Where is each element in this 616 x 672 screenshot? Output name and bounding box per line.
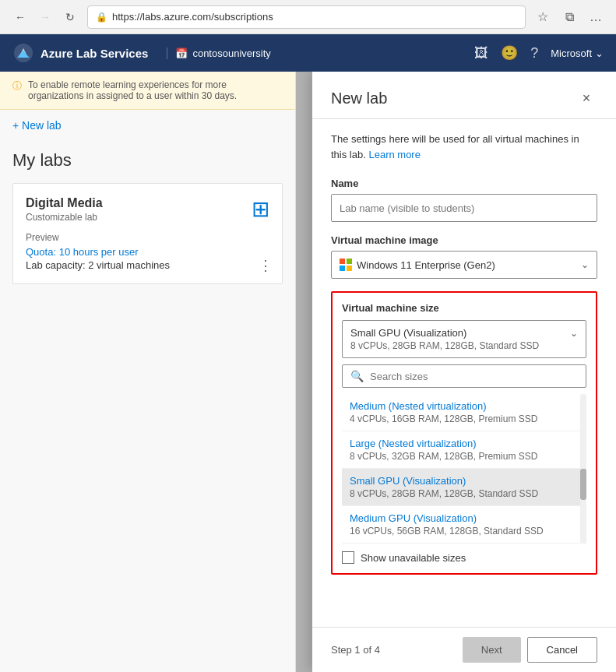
org-icon: 📅 [175,47,188,59]
vm-image-dropdown[interactable]: Windows 11 Enterprise (Gen2) ⌄ [331,251,597,279]
vm-size-dropdown[interactable]: Small GPU (Visualization) ⌄ 8 vCPUs, 28G… [342,320,586,358]
lab-card: Digital Media Customizable lab ⊞ Preview… [12,183,283,284]
vm-size-section: Virtual machine size Small GPU (Visualiz… [331,291,597,575]
left-panel: ⓘ To enable remote learning experiences … [0,72,296,672]
name-label: Name [331,178,597,189]
org-selector[interactable]: 📅 contosouniversity [167,47,278,59]
search-box: 🔍 [342,364,586,388]
size-list-item[interactable]: Large (Nested virtualization) 8 vCPUs, 3… [342,431,586,469]
svg-rect-1 [340,259,345,264]
dialog-overlay: New lab × The settings here will be used… [296,72,616,672]
name-form-group: Name [331,178,597,222]
svg-rect-2 [347,259,352,264]
new-lab-label: + New lab [12,119,62,132]
lab-quota: Quota: 10 hours per user [26,246,269,258]
size-item-name: Medium (Nested virtualization) [350,400,579,412]
lab-type: Customizable lab [26,212,103,223]
vm-image-form-group: Virtual machine image Windows 11 Enterpr… [331,234,597,279]
cancel-button[interactable]: Cancel [527,637,597,663]
main-layout: ⓘ To enable remote learning experiences … [0,72,616,672]
size-list-item[interactable]: Medium (Nested virtualization) 4 vCPUs, … [342,394,586,431]
dialog-description: The settings here will be used for all v… [331,132,597,162]
next-button[interactable]: Next [463,637,521,663]
browser-chrome: ← → ↻ 🔒 https://labs.azure.com/subscript… [0,0,616,34]
dialog-close-button[interactable]: × [576,87,597,109]
svg-rect-3 [340,266,345,271]
app-header: Azure Lab Services 📅 contosouniversity 🖼… [0,34,616,72]
dialog-body: The settings here will be used for all v… [312,119,616,627]
address-bar[interactable]: 🔒 https://labs.azure.com/subscriptions [87,5,526,29]
step-indicator: Step 1 of 4 [331,644,380,656]
vm-size-label: Virtual machine size [342,302,586,314]
dialog-panel: New lab × The settings here will be used… [312,72,616,672]
windows-flag-icon [340,259,352,271]
app-logo: Azure Lab Services [12,42,148,64]
azure-logo [12,42,34,64]
lab-capacity: Lab capacity: 2 virtual machines [26,259,269,271]
size-search-input[interactable] [370,371,578,382]
lab-name: Digital Media [26,196,103,210]
vm-image-value: Windows 11 Enterprise (Gen2) [340,259,495,271]
account-name-text: Microsoft [551,47,592,59]
vm-image-label: Virtual machine image [331,234,597,246]
monitor-icon[interactable]: 🖼 [474,45,488,62]
vm-size-chevron-icon: ⌄ [570,328,578,339]
size-list-item[interactable]: Small GPU (Visualization) 8 vCPUs, 28GB … [342,469,586,506]
size-item-name: Large (Nested virtualization) [350,438,579,449]
size-item-name: Small GPU (Visualization) [350,475,579,487]
my-labs-title: My labs [0,141,295,177]
show-unavailable-checkbox[interactable] [342,551,354,564]
favorites-button[interactable]: ☆ [532,6,554,28]
banner-text: To enable remote learning experiences fo… [28,79,283,101]
right-panel: New lab × The settings here will be used… [296,72,616,672]
search-icon: 🔍 [350,370,364,382]
size-item-name: Medium GPU (Visualization) [350,512,579,524]
lab-name-input[interactable] [331,194,597,222]
windows-logo-icon: ⊞ [252,196,269,222]
new-lab-button[interactable]: + New lab [0,110,74,141]
lab-status: Preview [26,232,269,243]
vm-image-chevron-icon: ⌄ [581,259,589,270]
size-item-specs: 8 vCPUs, 32GB RAM, 128GB, Premium SSD [350,451,579,462]
app-name: Azure Lab Services [40,47,148,60]
info-banner: ⓘ To enable remote learning experiences … [0,72,295,110]
quota-value: 10 hours per user [59,246,139,258]
help-icon[interactable]: ? [530,45,538,62]
emoji-icon[interactable]: 🙂 [501,44,518,62]
size-item-specs: 4 vCPUs, 16GB RAM, 128GB, Premium SSD [350,413,579,424]
show-unavailable-label: Show unavailable sizes [361,552,466,564]
lab-card-menu-button[interactable]: ⋮ [259,257,273,274]
account-selector[interactable]: Microsoft ⌄ [551,47,604,59]
size-item-specs: 8 vCPUs, 28GB RAM, 128GB, Standard SSD [350,488,579,499]
lab-card-header: Digital Media Customizable lab ⊞ [26,196,269,223]
dialog-title: New lab [331,90,387,107]
svg-rect-4 [347,266,352,271]
more-button[interactable]: … [585,6,607,28]
refresh-button[interactable]: ↻ [59,6,81,28]
vm-size-selected-specs: 8 vCPUs, 28GB RAM, 128GB, Standard SSD [350,340,578,351]
vm-size-selected-name: Small GPU (Visualization) [350,327,466,339]
show-unavailable-row: Show unavailable sizes [342,551,586,564]
org-name: contosouniversity [192,47,270,59]
forward-button[interactable]: → [34,6,56,28]
info-icon: ⓘ [12,79,22,101]
size-item-specs: 16 vCPUs, 56GB RAM, 128GB, Standard SSD [350,526,579,537]
dialog-header: New lab × [312,72,616,119]
size-list-item[interactable]: Medium GPU (Visualization) 16 vCPUs, 56G… [342,506,586,544]
quota-label: Quota: [26,246,56,258]
back-button[interactable]: ← [9,6,31,28]
account-chevron-icon: ⌄ [595,47,604,59]
lock-icon: 🔒 [96,12,107,23]
collections-button[interactable]: ⧉ [558,6,580,28]
url-text: https://labs.azure.com/subscriptions [112,11,273,23]
learn-more-link[interactable]: Learn more [368,149,420,160]
footer-buttons: Next Cancel [463,637,597,663]
size-list[interactable]: Medium (Nested virtualization) 4 vCPUs, … [342,394,586,544]
dialog-footer: Step 1 of 4 Next Cancel [312,627,616,672]
